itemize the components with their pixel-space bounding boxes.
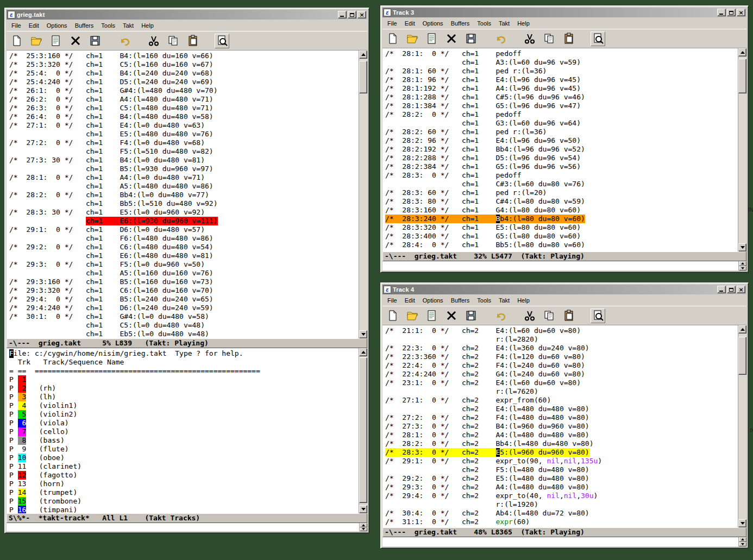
menu-buffers[interactable]: Buffers [71, 21, 98, 30]
menu-edit[interactable]: Edit [401, 296, 419, 305]
menu-tools[interactable]: Tools [473, 296, 495, 305]
scrollbar-track[interactable] [359, 59, 367, 330]
vertical-scrollbar[interactable] [359, 51, 367, 338]
titlebar[interactable]: ε Track 3 × [382, 8, 746, 17]
save-buffer-button[interactable] [48, 34, 63, 48]
cut-button[interactable] [522, 32, 537, 46]
corner-scroll-gadget[interactable] [738, 537, 746, 546]
minimize-button[interactable] [338, 11, 347, 18]
search-button[interactable] [215, 34, 229, 48]
menu-help[interactable]: Help [513, 19, 534, 28]
titlebar[interactable]: ε grieg.takt × [7, 10, 367, 20]
menu-options[interactable]: Options [43, 21, 71, 30]
save-file-button[interactable] [463, 32, 478, 46]
menu-help[interactable]: Help [513, 296, 534, 305]
corner-down-button[interactable] [739, 542, 746, 547]
corner-scroll-gadget[interactable] [738, 261, 746, 270]
scrollbar-thumb[interactable] [359, 357, 367, 503]
menu-file[interactable]: File [384, 296, 401, 305]
scrollbar-thumb[interactable] [738, 59, 746, 93]
menu-options[interactable]: Options [419, 19, 447, 28]
scrollbar-thumb[interactable] [359, 61, 367, 93]
paste-button[interactable] [561, 32, 576, 46]
menu-edit[interactable]: Edit [401, 19, 419, 28]
maximize-button[interactable] [348, 11, 356, 18]
kill-buffer-button[interactable] [444, 309, 459, 323]
vertical-scrollbar[interactable] [359, 348, 367, 513]
paste-button[interactable] [185, 34, 200, 48]
menu-edit[interactable]: Edit [25, 21, 43, 30]
scroll-down-button[interactable] [359, 505, 367, 513]
app-icon[interactable]: ε [8, 11, 15, 18]
scrollbar-track[interactable] [359, 356, 367, 505]
events-editor[interactable]: /* 25:3:160 */ ch=1 B4:(l=160 du=160 v=6… [7, 51, 359, 338]
vertical-scrollbar[interactable] [738, 48, 746, 251]
corner-down-button[interactable] [360, 527, 367, 532]
corner-scroll-gadget[interactable] [359, 523, 367, 531]
corner-down-button[interactable] [739, 266, 746, 271]
menu-tools[interactable]: Tools [473, 19, 495, 28]
maximize-button[interactable] [727, 9, 736, 16]
track-list-editor[interactable]: File: c:/cygwin/home/nisim/grieg.takt Ty… [7, 348, 359, 513]
scroll-down-button[interactable] [359, 330, 367, 338]
menu-tools[interactable]: Tools [97, 21, 119, 30]
copy-button[interactable] [542, 309, 556, 323]
copy-button[interactable] [166, 34, 180, 48]
new-file-button[interactable] [385, 32, 400, 46]
copy-button[interactable] [542, 32, 556, 46]
menu-file[interactable]: File [384, 19, 401, 28]
new-file-button[interactable] [9, 34, 24, 48]
scroll-up-button[interactable] [738, 48, 746, 56]
cut-button[interactable] [146, 34, 161, 48]
undo-button[interactable] [493, 309, 507, 323]
minimize-button[interactable] [717, 9, 726, 16]
close-button[interactable]: × [737, 9, 745, 16]
corner-up-button[interactable] [360, 523, 367, 527]
scrollbar-thumb[interactable] [738, 337, 746, 375]
menu-help[interactable]: Help [137, 21, 158, 30]
undo-button[interactable] [117, 34, 131, 48]
close-button[interactable]: × [357, 11, 366, 18]
corner-up-button[interactable] [739, 537, 746, 542]
maximize-button[interactable] [727, 286, 736, 293]
search-button[interactable] [591, 32, 605, 46]
scroll-up-button[interactable] [359, 51, 367, 59]
scrollbar-track[interactable] [738, 334, 746, 519]
open-file-button[interactable] [29, 34, 43, 48]
scroll-up-button[interactable] [738, 325, 746, 334]
scrollbar-track[interactable] [738, 56, 746, 243]
vertical-scrollbar[interactable] [738, 325, 746, 527]
menu-file[interactable]: File [8, 21, 25, 30]
save-file-button[interactable] [463, 309, 478, 323]
minimize-button[interactable] [717, 286, 726, 293]
echo-area[interactable] [382, 537, 746, 546]
menu-takt[interactable]: Takt [495, 296, 513, 305]
menu-buffers[interactable]: Buffers [447, 19, 474, 28]
save-buffer-button[interactable] [424, 32, 439, 46]
cut-button[interactable] [522, 309, 537, 323]
menu-buffers[interactable]: Buffers [447, 296, 474, 305]
app-icon[interactable]: ε [384, 286, 391, 293]
close-button[interactable]: × [737, 286, 745, 293]
app-icon[interactable]: ε [384, 9, 391, 16]
events-editor[interactable]: /* 21:1: 0 */ ch=2 E4:(l=60 du=60 v=80) … [382, 325, 738, 527]
menu-takt[interactable]: Takt [119, 21, 137, 30]
search-button[interactable] [591, 309, 605, 323]
scroll-down-button[interactable] [738, 243, 746, 251]
menu-takt[interactable]: Takt [495, 19, 513, 28]
new-file-button[interactable] [385, 309, 400, 323]
paste-button[interactable] [561, 309, 576, 323]
scroll-down-button[interactable] [738, 519, 746, 527]
undo-button[interactable] [493, 32, 507, 46]
save-buffer-button[interactable] [424, 309, 439, 323]
open-file-button[interactable] [405, 32, 419, 46]
echo-area[interactable] [382, 261, 746, 270]
kill-buffer-button[interactable] [68, 34, 83, 48]
kill-buffer-button[interactable] [444, 32, 459, 46]
titlebar[interactable]: ε Track 4 × [382, 285, 746, 294]
save-file-button[interactable] [87, 34, 102, 48]
scroll-up-button[interactable] [359, 348, 367, 356]
menu-options[interactable]: Options [419, 296, 447, 305]
echo-area[interactable] [7, 523, 367, 531]
open-file-button[interactable] [405, 309, 419, 323]
